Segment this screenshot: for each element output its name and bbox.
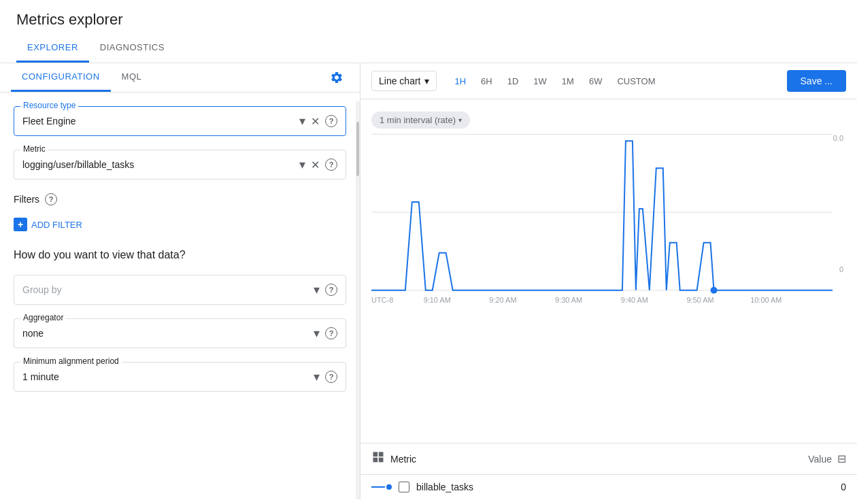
svg-text:9:30 AM: 9:30 AM — [555, 296, 582, 304]
view-data-title: How do you want to view that data? — [14, 249, 346, 261]
view-data-section: How do you want to view that data? Group… — [14, 249, 346, 392]
svg-text:9:20 AM: 9:20 AM — [489, 296, 516, 304]
panel-tabs: CONFIGURATION MQL — [0, 63, 360, 93]
filters-header: Filters ? — [14, 193, 346, 205]
aggregator-value: none — [22, 328, 314, 339]
main-layout: CONFIGURATION MQL Resource type Fleet En… — [0, 63, 857, 499]
scroll-thumb — [356, 122, 359, 176]
legend-header: Metric Value ⊟ — [360, 443, 857, 475]
metric-select[interactable]: logging/user/billable_tasks ▾ ✕ ? — [14, 150, 346, 180]
y-axis-max: 0.0 — [833, 134, 843, 142]
aggregator-field: Aggregator none ▾ ? — [14, 318, 346, 348]
aggregator-label: Aggregator — [20, 313, 66, 322]
svg-text:9:10 AM: 9:10 AM — [424, 296, 451, 304]
svg-text:10:00 AM: 10:00 AM — [750, 296, 782, 304]
svg-text:9:40 AM: 9:40 AM — [621, 296, 648, 304]
metric-help-icon[interactable]: ? — [325, 158, 337, 171]
min-alignment-actions: ▾ ? — [314, 369, 337, 384]
svg-text:9:50 AM: 9:50 AM — [687, 296, 714, 304]
min-alignment-label: Minimum alignment period — [20, 356, 122, 366]
legend-checkbox[interactable] — [399, 482, 409, 492]
chart-toolbar: Line chart ▾ 1H 6H 1D 1W 1M 6W CUSTOM Sa… — [360, 63, 857, 99]
metric-value: logging/user/billable_tasks — [22, 159, 299, 170]
legend-col-settings-icon[interactable]: ⊟ — [837, 452, 846, 465]
time-btn-1w[interactable]: 1W — [526, 72, 554, 90]
page-title: Metrics explorer — [16, 11, 841, 29]
chart-cursor-dot — [711, 287, 718, 294]
aggregator-select[interactable]: none ▾ ? — [14, 318, 346, 348]
filters-label: Filters — [14, 194, 39, 205]
min-alignment-select[interactable]: 1 minute ▾ ? — [14, 362, 346, 392]
resource-type-label: Resource type — [20, 101, 78, 110]
metric-actions: ▾ ✕ ? — [299, 157, 337, 172]
resource-type-select[interactable]: Fleet Engine ▾ ✕ ? — [14, 106, 346, 136]
add-filter-label: ADD FILTER — [31, 220, 82, 230]
nav-item-diagnostics[interactable]: DIAGNOSTICS — [89, 34, 175, 63]
add-filter-plus-icon: + — [14, 218, 27, 231]
time-range-buttons: 1H 6H 1D 1W 1M 6W CUSTOM — [448, 72, 662, 90]
chart-type-dropdown-icon: ▾ — [424, 75, 429, 86]
group-by-select[interactable]: Group by ▾ ? — [14, 275, 346, 305]
time-btn-6h[interactable]: 6H — [474, 72, 499, 90]
tab-configuration[interactable]: CONFIGURATION — [11, 63, 111, 92]
group-by-value: Group by — [22, 284, 314, 295]
time-btn-1m[interactable]: 1M — [555, 72, 581, 90]
nav-item-explorer[interactable]: EXPLORER — [16, 34, 89, 63]
right-panel: Line chart ▾ 1H 6H 1D 1W 1M 6W CUSTOM Sa… — [360, 63, 857, 499]
save-button[interactable]: Save ... — [787, 70, 846, 92]
min-alignment-field: Minimum alignment period 1 minute ▾ ? — [14, 362, 346, 392]
resource-type-field: Resource type Fleet Engine ▾ ✕ ? — [14, 106, 346, 136]
metric-clear-icon[interactable]: ✕ — [311, 158, 320, 171]
metric-field: Metric logging/user/billable_tasks ▾ ✕ ? — [14, 150, 346, 180]
panel-content: Resource type Fleet Engine ▾ ✕ ? Metric … — [0, 93, 360, 419]
legend-line-indicator — [371, 484, 392, 490]
legend-item-value: 0 — [841, 482, 846, 492]
group-by-actions: ▾ ? — [314, 282, 337, 297]
svg-text:UTC-8: UTC-8 — [371, 296, 393, 304]
chart-svg: UTC-8 9:10 AM 9:20 AM 9:30 AM 9:40 AM 9:… — [371, 134, 846, 290]
time-btn-1d[interactable]: 1D — [501, 72, 526, 90]
y-axis-min: 0 — [839, 265, 843, 273]
min-alignment-dropdown-icon[interactable]: ▾ — [314, 369, 320, 384]
time-btn-custom[interactable]: CUSTOM — [610, 72, 662, 90]
chart-area: 1 min interval (rate) ▾ 0.0 0 — [360, 99, 857, 440]
min-alignment-help-icon[interactable]: ? — [325, 371, 337, 383]
resource-type-value: Fleet Engine — [22, 116, 299, 127]
chart-wrapper: 0.0 0 UTC-8 9:10 AM 9:20 AM — [360, 134, 857, 292]
legend-metric-col: Metric — [371, 450, 808, 467]
resource-type-dropdown-icon[interactable]: ▾ — [299, 114, 305, 129]
filters-help-icon[interactable]: ? — [45, 193, 57, 205]
legend-metric-grid-icon — [371, 450, 385, 467]
settings-gear-button[interactable] — [324, 65, 349, 90]
min-alignment-value: 1 minute — [22, 371, 314, 382]
aggregator-help-icon[interactable]: ? — [325, 327, 337, 339]
filters-section: Filters ? + ADD FILTER — [14, 193, 346, 235]
resource-type-clear-icon[interactable]: ✕ — [311, 115, 320, 128]
chart-type-select[interactable]: Line chart ▾ — [371, 71, 437, 91]
interval-badge[interactable]: 1 min interval (rate) ▾ — [371, 112, 470, 129]
group-by-dropdown-icon[interactable]: ▾ — [314, 282, 320, 297]
legend-row: billable_tasks 0 — [360, 475, 857, 499]
legend-metric-label-text: Metric — [390, 454, 416, 465]
resource-type-actions: ▾ ✕ ? — [299, 114, 337, 129]
left-panel: CONFIGURATION MQL Resource type Fleet En… — [0, 63, 360, 499]
legend-area: Metric Value ⊟ billable_tasks 0 — [360, 443, 857, 499]
scroll-track — [356, 101, 360, 499]
metric-dropdown-icon[interactable]: ▾ — [299, 157, 305, 172]
top-nav: EXPLORER DIAGNOSTICS — [0, 34, 857, 63]
page-header: Metrics explorer EXPLORER DIAGNOSTICS — [0, 0, 857, 63]
tab-mql[interactable]: MQL — [111, 63, 153, 92]
legend-dot — [386, 484, 392, 490]
chart-type-value: Line chart — [379, 75, 420, 86]
group-by-help-icon[interactable]: ? — [325, 284, 337, 296]
group-by-field: Group by ▾ ? — [14, 275, 346, 305]
interval-dropdown-icon: ▾ — [458, 116, 462, 124]
legend-item-name: billable_tasks — [416, 482, 834, 492]
time-btn-1h[interactable]: 1H — [448, 72, 473, 90]
aggregator-actions: ▾ ? — [314, 326, 337, 341]
add-filter-button[interactable]: + ADD FILTER — [14, 214, 346, 235]
time-btn-6w[interactable]: 6W — [582, 72, 609, 90]
resource-type-help-icon[interactable]: ? — [325, 115, 337, 127]
aggregator-dropdown-icon[interactable]: ▾ — [314, 326, 320, 341]
legend-value-col-label: Value — [808, 454, 832, 465]
